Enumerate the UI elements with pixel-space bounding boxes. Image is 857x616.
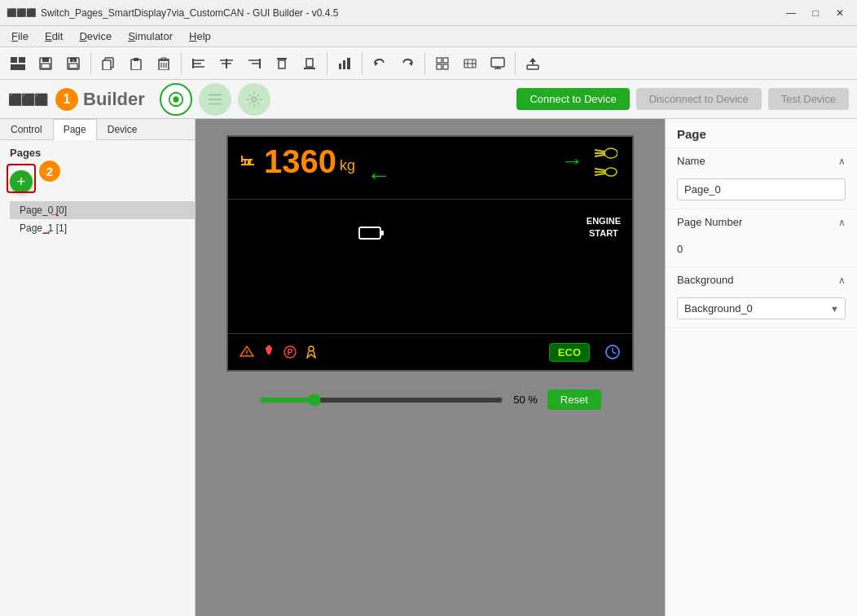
svg-line-71 [595,174,605,175]
tb-align-top-btn[interactable] [269,51,295,77]
svg-rect-41 [437,64,442,69]
tab-page[interactable]: Page [53,119,97,140]
minimize-button[interactable]: — [780,5,802,21]
tb-undo-btn[interactable] [367,51,393,77]
tab-device[interactable]: Device [97,119,148,139]
eco-badge: ECO [549,343,590,362]
svg-rect-0 [11,57,17,63]
page-item-0[interactable]: Page_0 [0] [10,201,195,219]
tb-redo-btn[interactable] [394,51,420,77]
app-icon: ⬛⬛⬛ [7,8,36,17]
disconnect-device-button: Disconnect to Device [636,88,762,110]
oil-icon [262,345,275,359]
divider-top [228,199,632,200]
weight-unit: kg [340,157,355,174]
svg-marker-38 [409,61,412,66]
seatbelt-icon [305,345,318,359]
svg-rect-13 [134,58,138,61]
separator-3 [327,52,327,75]
tb-save2-btn[interactable]: S [60,51,86,77]
svg-point-64 [604,148,617,158]
tb-copy-btn[interactable] [95,51,121,77]
engine-warn-icon [240,345,254,359]
pages-header: Pages [0,140,195,165]
tb-grid-btn[interactable] [429,51,455,77]
title-bar: ⬛⬛⬛ Switch_Pages_SmartDisplay7via_Custom… [0,0,857,26]
svg-point-79 [309,346,314,351]
connect-device-button[interactable]: Connect to Device [516,88,629,110]
tb-paste-btn[interactable] [123,51,149,77]
svg-line-82 [613,352,616,354]
tb-save-btn[interactable] [33,51,59,77]
separator-4 [362,52,363,75]
engine-start-text: ENGINESTART [587,215,621,240]
svg-marker-52 [530,58,536,62]
reset-zoom-button[interactable]: Reset [547,389,601,410]
svg-rect-72 [359,227,380,239]
zoom-slider[interactable] [259,394,503,407]
background-select[interactable]: Background_0 Background_1 [677,297,846,319]
separator-2 [181,52,182,75]
tb-layout-btn[interactable] [5,51,31,77]
tb-align-bottom-btn[interactable] [297,51,323,77]
tool-list-btn[interactable] [199,83,231,116]
display-canvas[interactable]: 1360 kg ← → [226,135,634,372]
svg-line-69 [595,169,605,170]
svg-rect-8 [69,64,77,68]
dashboard-content: 1360 kg ← → [228,137,632,370]
close-button[interactable]: ✕ [829,5,850,21]
svg-rect-5 [42,64,50,68]
tb-dots-btn[interactable] [457,51,483,77]
logo-text: Builder [83,89,145,110]
dash-main: 1360 kg ← → [228,137,632,334]
tab-control[interactable]: Control [0,119,53,139]
separator-1 [90,52,91,75]
svg-rect-36 [347,58,350,69]
menu-file[interactable]: File [3,29,37,44]
prop-section-name-header[interactable]: Name ∧ [666,148,857,174]
menu-help[interactable]: Help [181,29,219,44]
svg-rect-34 [339,64,341,69]
tb-delete-btn[interactable] [151,51,177,77]
pages-list: → Page_0 [0] → Page_1 [1] [0,201,195,237]
right-panel-title: Page [666,119,857,148]
tb-monitor-btn[interactable] [485,51,511,77]
tool-gear-btn[interactable] [238,83,270,116]
svg-rect-4 [42,58,49,62]
menu-simulator[interactable]: Simulator [120,29,181,44]
tool-pages-btn[interactable] [160,83,192,116]
svg-rect-60 [241,156,243,162]
tb-upload-btn[interactable] [520,51,546,77]
svg-rect-35 [343,60,345,69]
svg-rect-39 [437,58,442,63]
svg-rect-47 [491,58,504,67]
tb-chart-btn[interactable] [332,51,358,77]
add-page-area: + 2 [0,165,195,198]
page-name-input[interactable] [677,178,846,200]
right-arrow-icon: → [560,148,583,174]
tb-align-center-btn[interactable] [213,51,240,77]
maximize-button[interactable]: □ [805,5,826,21]
svg-rect-62 [244,159,246,165]
dash-bottom: P ECO [228,334,632,370]
main-area: Control Page Device Pages + 2 → Page_0 [… [0,119,857,616]
svg-point-68 [605,168,617,176]
prop-name-body [666,174,857,209]
logo-area: ⬛⬛⬛ 1 Builder [8,86,145,112]
prop-background-label: Background [677,274,733,286]
menu-edit[interactable]: Edit [37,29,71,44]
add-page-button[interactable]: + [10,170,33,193]
toolbar2: ⬛⬛⬛ 1 Builder Connect to Device Disconne… [0,80,857,119]
tb-align-right-btn[interactable] [241,51,267,77]
page-item-1[interactable]: Page_1 [1] [10,219,195,237]
menu-device[interactable]: Device [71,29,120,44]
prop-section-pagenumber-header[interactable]: Page Number ∧ [666,209,857,235]
prop-section-background-header[interactable]: Background ∧ [666,267,857,293]
battery-icon [358,225,385,244]
left-panel: Control Page Device Pages + 2 → Page_0 [… [0,119,196,616]
prop-section-page-number: Page Number ∧ 0 [666,209,857,267]
svg-rect-33 [306,59,313,67]
prop-name-label: Name [677,155,705,167]
tb-align-left-btn[interactable] [186,51,212,77]
svg-rect-1 [19,57,25,63]
